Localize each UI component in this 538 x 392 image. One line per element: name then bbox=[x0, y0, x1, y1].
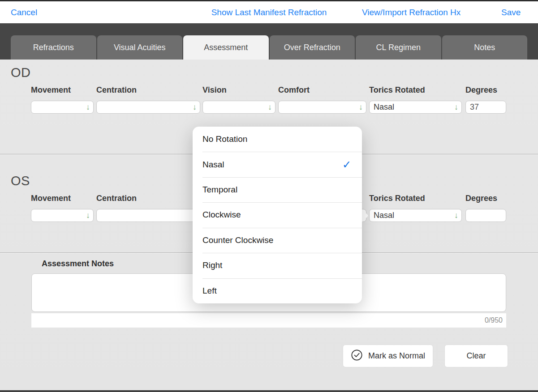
od-vision-dropdown[interactable]: ↓ bbox=[202, 101, 275, 114]
os-movement-dropdown[interactable]: ↓ bbox=[31, 209, 94, 222]
od-torics-rotated-label: Torics Rotated bbox=[369, 85, 462, 95]
tab-over-refraction[interactable]: Over Refraction bbox=[270, 35, 355, 60]
od-torics-rotated-dropdown[interactable]: Nasal ↓ bbox=[369, 101, 462, 114]
dropdown-arrow-icon: ↓ bbox=[268, 101, 272, 113]
popup-option-label: Temporal bbox=[202, 185, 237, 195]
popup-option-no-rotation[interactable]: No Rotation bbox=[193, 127, 362, 152]
popup-option-label: Right bbox=[202, 260, 222, 270]
dropdown-arrow-icon: ↓ bbox=[193, 101, 197, 113]
tab-notes[interactable]: Notes bbox=[442, 35, 528, 60]
show-last-manifest-refraction-button[interactable]: Show Last Manifest Refraction bbox=[211, 1, 327, 23]
tab-refractions[interactable]: Refractions bbox=[11, 35, 96, 60]
od-torics-rotated-value: Nasal bbox=[374, 102, 394, 111]
top-nav-bar: Cancel Show Last Manifest Refraction Vie… bbox=[0, 1, 538, 23]
dropdown-arrow-icon: ↓ bbox=[454, 101, 458, 113]
assessment-screen: Cancel Show Last Manifest Refraction Vie… bbox=[0, 0, 538, 392]
os-torics-rotated-label: Torics Rotated bbox=[369, 194, 462, 203]
od-centration-dropdown[interactable]: ↓ bbox=[96, 101, 200, 114]
popup-option-clockwise[interactable]: Clockwise bbox=[193, 202, 362, 227]
clear-label: Clear bbox=[466, 351, 486, 361]
os-centration-dropdown[interactable]: ↓ bbox=[96, 209, 200, 222]
popup-option-label: Left bbox=[202, 286, 217, 296]
popup-option-label: No Rotation bbox=[202, 134, 247, 144]
os-movement-label: Movement bbox=[31, 194, 94, 203]
view-import-refraction-hx-button[interactable]: View/Import Refraction Hx bbox=[362, 1, 461, 23]
dropdown-arrow-icon: ↓ bbox=[86, 209, 90, 222]
popup-option-counter-clockwise[interactable]: Counter Clockwise bbox=[193, 228, 362, 253]
os-degrees-input[interactable] bbox=[465, 209, 506, 222]
od-section-title: OD bbox=[11, 65, 31, 80]
od-comfort-label: Comfort bbox=[278, 85, 366, 95]
os-torics-rotated-value: Nasal bbox=[374, 211, 394, 220]
dropdown-arrow-icon: ↓ bbox=[454, 209, 458, 222]
od-degrees-input[interactable] bbox=[465, 101, 506, 114]
popup-option-left[interactable]: Left bbox=[193, 278, 362, 303]
tab-bar: Refractions Visual Acuities Assessment O… bbox=[0, 23, 538, 60]
device-bottom-strip bbox=[0, 390, 538, 392]
od-centration-label: Centration bbox=[96, 85, 200, 95]
os-section-title: OS bbox=[11, 174, 30, 188]
check-icon: ✓ bbox=[342, 158, 351, 171]
dropdown-arrow-icon: ↓ bbox=[86, 101, 90, 113]
tab-assessment[interactable]: Assessment bbox=[183, 35, 269, 60]
popup-option-nasal[interactable]: Nasal ✓ bbox=[193, 152, 362, 177]
cancel-button[interactable]: Cancel bbox=[11, 1, 37, 23]
popup-option-right[interactable]: Right bbox=[193, 253, 362, 278]
dropdown-arrow-icon: ↓ bbox=[359, 101, 363, 113]
popup-option-label: Nasal bbox=[202, 160, 224, 170]
mark-as-normal-button[interactable]: Mark as Normal bbox=[343, 345, 433, 367]
os-torics-rotated-dropdown[interactable]: Nasal ↓ bbox=[369, 209, 462, 222]
od-movement-label: Movement bbox=[31, 85, 94, 95]
clear-button[interactable]: Clear bbox=[445, 345, 508, 367]
save-button[interactable]: Save bbox=[501, 1, 521, 23]
tab-strip: Refractions Visual Acuities Assessment O… bbox=[11, 35, 527, 60]
od-comfort-dropdown[interactable]: ↓ bbox=[278, 101, 366, 114]
torics-rotated-popup: No Rotation Nasal ✓ Temporal Clockwise C… bbox=[193, 127, 362, 303]
popup-option-label: Clockwise bbox=[202, 210, 241, 220]
tab-visual-acuities[interactable]: Visual Acuities bbox=[97, 35, 183, 60]
os-centration-label: Centration bbox=[96, 194, 200, 203]
circle-check-icon bbox=[351, 349, 363, 363]
os-degrees-label: Degrees bbox=[465, 194, 506, 203]
popup-option-temporal[interactable]: Temporal bbox=[193, 177, 362, 202]
od-movement-dropdown[interactable]: ↓ bbox=[31, 101, 94, 114]
od-degrees-label: Degrees bbox=[465, 85, 506, 95]
tab-cl-regimen[interactable]: CL Regimen bbox=[356, 35, 441, 60]
assessment-notes-label: Assessment Notes bbox=[42, 259, 114, 268]
od-vision-label: Vision bbox=[202, 85, 275, 95]
notes-character-counter: 0/950 bbox=[31, 313, 506, 328]
popup-option-label: Counter Clockwise bbox=[202, 235, 273, 245]
mark-as-normal-label: Mark as Normal bbox=[368, 351, 425, 361]
